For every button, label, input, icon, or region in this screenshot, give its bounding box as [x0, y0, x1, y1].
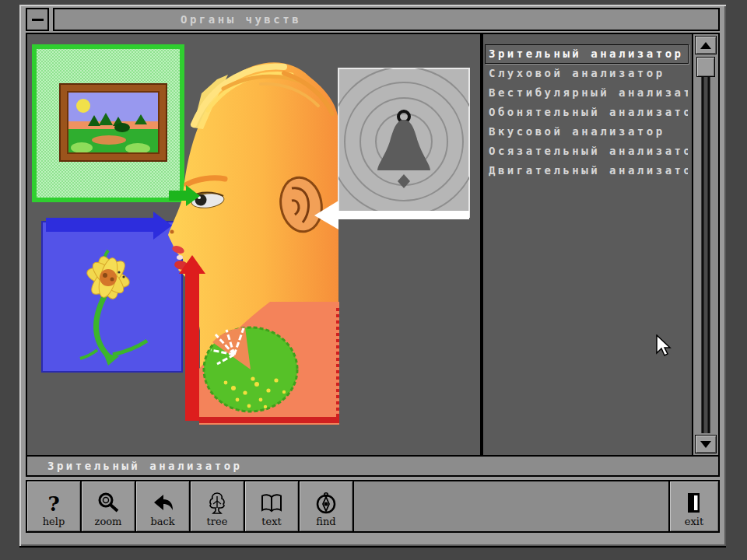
- door-icon: [685, 492, 703, 515]
- bell-hearing[interactable]: [329, 67, 479, 217]
- minimize-button[interactable]: [26, 8, 49, 31]
- back-button-label: back: [150, 516, 174, 527]
- analyzer-list: Зрительный анализатор Слуховой анализато…: [483, 34, 718, 455]
- back-button[interactable]: back: [136, 481, 191, 531]
- magnifier-icon: [96, 492, 120, 515]
- desktop: Органы чувств: [0, 0, 747, 560]
- text-button-label: text: [261, 516, 281, 527]
- title-box: Органы чувств: [53, 8, 720, 31]
- status-bar: Зрительный анализатор: [26, 455, 720, 477]
- minimize-icon: [32, 19, 44, 21]
- list-item-tactile-analyzer[interactable]: Осязательный анализатор: [485, 142, 689, 161]
- list-item-olfactory-analyzer[interactable]: Обонятельный анализатор: [485, 103, 689, 122]
- list-item-vestibular-analyzer[interactable]: Вестибулярный анализатор: [485, 83, 689, 103]
- find-button-label: find: [316, 516, 335, 527]
- tree-button[interactable]: tree: [191, 481, 245, 531]
- tree-icon: [205, 492, 229, 515]
- mouse-cursor: [656, 334, 673, 361]
- question-icon: ?: [47, 493, 59, 515]
- back-arrow-icon: [151, 492, 174, 515]
- window-title: Органы чувств: [181, 13, 301, 26]
- up-arrow-icon: [700, 42, 711, 49]
- list-scrollbar[interactable]: [692, 34, 718, 455]
- landscape-picture-vision[interactable]: [34, 47, 182, 200]
- illustration-panel: [27, 34, 480, 455]
- list-item-visual-analyzer[interactable]: Зрительный анализатор: [485, 44, 689, 64]
- exit-button-label: exit: [685, 516, 703, 527]
- find-button[interactable]: find: [300, 481, 354, 531]
- status-text: Зрительный анализатор: [47, 460, 243, 472]
- scrollbar-up-button[interactable]: [695, 36, 717, 54]
- list-item-auditory-analyzer[interactable]: Слуховой анализатор: [485, 64, 689, 83]
- exit-button[interactable]: exit: [668, 481, 718, 531]
- scrollbar-track[interactable]: [702, 76, 710, 433]
- main-content: Зрительный анализатор Слуховой анализато…: [26, 33, 720, 457]
- flower-smell[interactable]: [42, 222, 182, 372]
- scrollbar-down-button[interactable]: [695, 435, 717, 453]
- toolbar-spacer: [354, 481, 668, 531]
- toolbar: ? help zoom back: [26, 480, 720, 533]
- scrollbar-thumb[interactable]: [696, 57, 715, 77]
- app-window: Органы чувств: [19, 5, 726, 546]
- list-item-gustatory-analyzer[interactable]: Вкусовой анализатор: [485, 122, 689, 142]
- down-arrow-icon: [700, 441, 711, 448]
- list-item-motor-analyzer[interactable]: Двигательный анализатор: [485, 161, 689, 180]
- help-button-label: help: [43, 516, 65, 527]
- compass-icon: [314, 492, 338, 515]
- tree-button-label: tree: [207, 516, 228, 527]
- book-icon: [259, 492, 284, 515]
- text-button[interactable]: text: [245, 481, 300, 531]
- zoom-button-label: zoom: [95, 516, 122, 527]
- title-bar: Органы чувств: [26, 8, 720, 31]
- senses-illustration: [27, 34, 480, 455]
- help-button[interactable]: ? help: [27, 481, 82, 531]
- zoom-button[interactable]: zoom: [82, 481, 136, 531]
